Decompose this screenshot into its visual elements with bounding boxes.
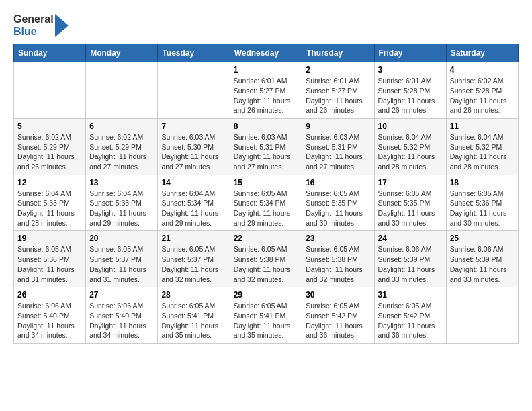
day-number: 9 [306, 122, 370, 131]
day-header-tuesday: Tuesday [158, 44, 230, 62]
day-info: Sunrise: 6:05 AMSunset: 5:35 PMDaylight:… [378, 189, 443, 228]
day-info: Sunrise: 6:05 AMSunset: 5:41 PMDaylight:… [234, 301, 299, 340]
calendar-cell: 12Sunrise: 6:04 AMSunset: 5:33 PMDayligh… [14, 175, 86, 231]
svg-marker-0 [55, 14, 69, 37]
day-header-friday: Friday [374, 44, 446, 62]
calendar-cell: 24Sunrise: 6:06 AMSunset: 5:39 PMDayligh… [374, 231, 446, 287]
day-number: 4 [450, 65, 515, 75]
calendar-cell [14, 62, 86, 119]
day-number: 3 [378, 65, 443, 75]
day-header-sunday: Sunday [14, 44, 86, 62]
day-number: 30 [306, 290, 370, 300]
day-number: 25 [450, 234, 515, 243]
day-number: 10 [378, 122, 443, 131]
logo: General Blue [13, 13, 69, 37]
day-info: Sunrise: 6:05 AMSunset: 5:35 PMDaylight:… [306, 189, 370, 228]
day-number: 7 [161, 122, 226, 131]
calendar-cell: 29Sunrise: 6:05 AMSunset: 5:41 PMDayligh… [230, 287, 302, 344]
calendar-cell: 26Sunrise: 6:06 AMSunset: 5:40 PMDayligh… [14, 287, 86, 344]
calendar-cell: 20Sunrise: 6:05 AMSunset: 5:37 PMDayligh… [86, 231, 158, 287]
day-number: 27 [89, 290, 154, 300]
day-number: 13 [89, 178, 154, 187]
calendar-cell: 1Sunrise: 6:01 AMSunset: 5:27 PMDaylight… [230, 62, 302, 119]
day-number: 16 [306, 178, 370, 187]
calendar-week-4: 19Sunrise: 6:05 AMSunset: 5:36 PMDayligh… [14, 231, 519, 287]
day-info: Sunrise: 6:05 AMSunset: 5:41 PMDaylight:… [161, 301, 226, 340]
day-info: Sunrise: 6:03 AMSunset: 5:31 PMDaylight:… [306, 132, 370, 172]
day-number: 17 [378, 178, 443, 187]
logo-chevron-icon [55, 14, 69, 37]
logo-svg: General Blue [13, 13, 69, 37]
calendar-cell: 13Sunrise: 6:04 AMSunset: 5:33 PMDayligh… [86, 175, 158, 231]
calendar-cell: 4Sunrise: 6:02 AMSunset: 5:28 PMDaylight… [446, 62, 518, 119]
day-info: Sunrise: 6:06 AMSunset: 5:40 PMDaylight:… [89, 301, 154, 340]
day-info: Sunrise: 6:03 AMSunset: 5:30 PMDaylight:… [161, 132, 226, 172]
calendar-table: SundayMondayTuesdayWednesdayThursdayFrid… [13, 44, 519, 344]
day-number: 11 [450, 122, 515, 131]
day-header-wednesday: Wednesday [230, 44, 302, 62]
calendar-cell: 8Sunrise: 6:03 AMSunset: 5:31 PMDaylight… [230, 118, 302, 175]
calendar-cell: 15Sunrise: 6:05 AMSunset: 5:34 PMDayligh… [230, 175, 302, 231]
day-number: 2 [306, 65, 370, 75]
calendar-cell: 19Sunrise: 6:05 AMSunset: 5:36 PMDayligh… [14, 231, 86, 287]
day-number: 26 [17, 290, 82, 300]
day-header-thursday: Thursday [302, 44, 374, 62]
calendar-cell: 30Sunrise: 6:05 AMSunset: 5:42 PMDayligh… [302, 287, 374, 344]
day-number: 31 [378, 290, 443, 300]
calendar-week-2: 5Sunrise: 6:02 AMSunset: 5:29 PMDaylight… [14, 118, 519, 175]
day-number: 5 [17, 122, 82, 131]
calendar-cell: 31Sunrise: 6:05 AMSunset: 5:42 PMDayligh… [374, 287, 446, 344]
calendar-week-1: 1Sunrise: 6:01 AMSunset: 5:27 PMDaylight… [14, 62, 519, 119]
day-info: Sunrise: 6:05 AMSunset: 5:38 PMDaylight:… [234, 244, 299, 284]
day-info: Sunrise: 6:01 AMSunset: 5:28 PMDaylight:… [378, 76, 443, 116]
calendar-cell [158, 62, 230, 119]
calendar-cell: 6Sunrise: 6:02 AMSunset: 5:29 PMDaylight… [86, 118, 158, 175]
calendar-cell: 11Sunrise: 6:04 AMSunset: 5:32 PMDayligh… [446, 118, 518, 175]
page-header: General Blue [13, 13, 519, 37]
calendar-cell: 18Sunrise: 6:05 AMSunset: 5:36 PMDayligh… [446, 175, 518, 231]
day-info: Sunrise: 6:04 AMSunset: 5:32 PMDaylight:… [378, 132, 443, 172]
calendar-cell: 22Sunrise: 6:05 AMSunset: 5:38 PMDayligh… [230, 231, 302, 287]
calendar-cell [446, 287, 518, 344]
calendar-header-row: SundayMondayTuesdayWednesdayThursdayFrid… [14, 44, 519, 62]
day-number: 15 [234, 178, 299, 187]
day-info: Sunrise: 6:02 AMSunset: 5:29 PMDaylight:… [17, 132, 82, 172]
day-info: Sunrise: 6:04 AMSunset: 5:32 PMDaylight:… [450, 132, 515, 172]
day-info: Sunrise: 6:05 AMSunset: 5:42 PMDaylight:… [306, 301, 370, 340]
day-number: 12 [17, 178, 82, 187]
calendar-cell: 21Sunrise: 6:05 AMSunset: 5:37 PMDayligh… [158, 231, 230, 287]
calendar-cell: 10Sunrise: 6:04 AMSunset: 5:32 PMDayligh… [374, 118, 446, 175]
calendar-cell: 17Sunrise: 6:05 AMSunset: 5:35 PMDayligh… [374, 175, 446, 231]
calendar-week-5: 26Sunrise: 6:06 AMSunset: 5:40 PMDayligh… [14, 287, 519, 344]
calendar-cell: 9Sunrise: 6:03 AMSunset: 5:31 PMDaylight… [302, 118, 374, 175]
calendar-cell: 23Sunrise: 6:05 AMSunset: 5:38 PMDayligh… [302, 231, 374, 287]
calendar-cell: 2Sunrise: 6:01 AMSunset: 5:27 PMDaylight… [302, 62, 374, 119]
day-info: Sunrise: 6:04 AMSunset: 5:34 PMDaylight:… [161, 189, 226, 228]
day-number: 28 [161, 290, 226, 300]
day-info: Sunrise: 6:01 AMSunset: 5:27 PMDaylight:… [306, 76, 370, 116]
day-number: 22 [234, 234, 299, 243]
day-number: 21 [161, 234, 226, 243]
day-number: 18 [450, 178, 515, 187]
calendar-cell: 14Sunrise: 6:04 AMSunset: 5:34 PMDayligh… [158, 175, 230, 231]
day-number: 14 [161, 178, 226, 187]
calendar-cell: 7Sunrise: 6:03 AMSunset: 5:30 PMDaylight… [158, 118, 230, 175]
day-info: Sunrise: 6:05 AMSunset: 5:37 PMDaylight:… [89, 244, 154, 284]
day-info: Sunrise: 6:02 AMSunset: 5:29 PMDaylight:… [89, 132, 154, 172]
calendar-cell: 3Sunrise: 6:01 AMSunset: 5:28 PMDaylight… [374, 62, 446, 119]
calendar-cell: 25Sunrise: 6:06 AMSunset: 5:39 PMDayligh… [446, 231, 518, 287]
day-number: 8 [234, 122, 299, 131]
day-info: Sunrise: 6:06 AMSunset: 5:40 PMDaylight:… [17, 301, 82, 340]
calendar-cell [86, 62, 158, 119]
day-header-monday: Monday [86, 44, 158, 62]
day-info: Sunrise: 6:05 AMSunset: 5:42 PMDaylight:… [378, 301, 443, 340]
day-info: Sunrise: 6:01 AMSunset: 5:27 PMDaylight:… [234, 76, 299, 116]
day-number: 24 [378, 234, 443, 243]
day-number: 1 [234, 65, 299, 75]
day-info: Sunrise: 6:02 AMSunset: 5:28 PMDaylight:… [450, 76, 515, 116]
calendar-cell: 27Sunrise: 6:06 AMSunset: 5:40 PMDayligh… [86, 287, 158, 344]
day-info: Sunrise: 6:05 AMSunset: 5:34 PMDaylight:… [234, 189, 299, 228]
day-header-saturday: Saturday [446, 44, 518, 62]
day-number: 23 [306, 234, 370, 243]
day-info: Sunrise: 6:05 AMSunset: 5:36 PMDaylight:… [450, 189, 515, 228]
